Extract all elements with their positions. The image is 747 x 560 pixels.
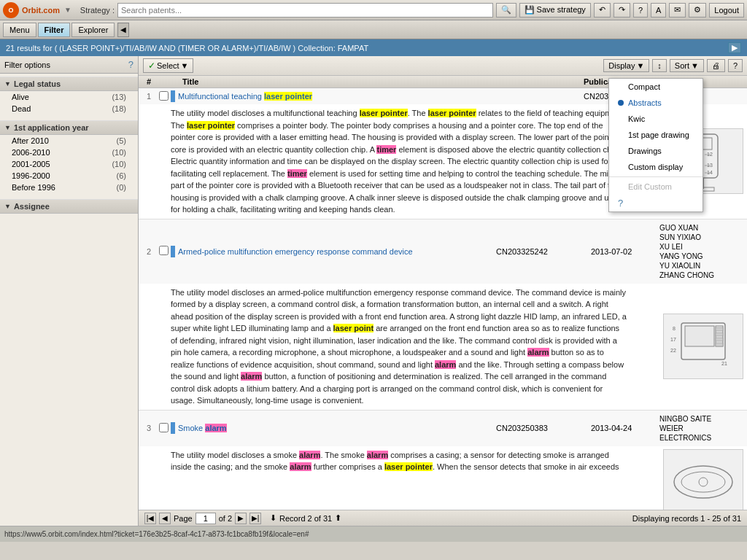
main-layout: Filter options ? ▼ Legal status Alive (1… [0,56,747,526]
display-button[interactable]: Display ▼ [603,59,649,72]
explorer-button[interactable]: Explorer [71,23,115,37]
filter-options-button[interactable]: Filter options [4,61,50,69]
filter-before-1996[interactable]: Before 1996 (0) [0,182,138,193]
account-button[interactable]: A [651,3,666,18]
redo-button[interactable]: ↷ [614,3,630,18]
results-bar: 21 results for ( (LASER POINT+)/TI/AB/IW… [0,39,747,56]
result-title-highlight-3: alarm [205,424,226,432]
result-item-3: 3 Smoke alarm CN203250383 2013-04-24 NIN… [139,411,747,510]
legal-status-header[interactable]: ▼ Legal status [0,77,138,91]
filter-1996-2000[interactable]: 1996-2000 (6) [0,170,138,182]
page-label: Page [174,514,193,523]
2006-2010-label: 2006-2010 [12,148,50,157]
sort-order-button[interactable]: ↕ [652,59,667,72]
dd-help[interactable]: ? [609,195,703,211]
assignee-section: ▼ Assignee [0,196,138,217]
dd-first-page[interactable]: 1st page drawing [609,127,703,143]
1996-2000-count: (6) [117,171,126,180]
assignee-label: Assignee [14,202,50,211]
result-text-col-3: The utility model discloses a smoke alar… [139,446,659,510]
filter-2001-2005[interactable]: 2001-2005 (10) [0,158,138,170]
result-title-3[interactable]: Smoke alarm [178,424,496,432]
result-abstract-3: The utility model discloses a smoke alar… [139,446,659,476]
svg-text:13: 13 [707,163,713,168]
dd-kwic[interactable]: Kwic [609,111,703,127]
2006-2010-count: (10) [112,148,126,157]
first-page-button[interactable]: |◀ [144,513,156,524]
toolbar-help-button[interactable]: ? [728,59,743,72]
filter-help-icon[interactable]: ? [128,59,133,70]
result-header-2: 2 Armed-police multifunction emergency r… [139,219,747,284]
filter-2006-2010[interactable]: 2006-2010 (10) [0,147,138,158]
svg-rect-15 [716,338,723,341]
svg-rect-11 [685,326,714,346]
sidebar-collapse-button[interactable]: ◀ [117,23,129,37]
dd-compact[interactable]: Compact [609,79,703,95]
result-check-1[interactable] [156,91,171,102]
nav-bar: Menu Filter Explorer ◀ [0,20,747,39]
result-item-2: 2 Armed-police multifunction emergency r… [139,219,747,411]
save-strategy-button[interactable]: 💾 Strategy :Save strategy [519,3,591,18]
assignee-arrow: ▼ [4,203,11,210]
filter-alive[interactable]: Alive (13) [0,91,138,103]
email-button[interactable]: ✉ [669,3,686,18]
result-title-text-2: Armed-police multifunction emergency res… [178,247,413,256]
dd-kwic-label: Kwic [628,114,645,123]
first-app-year-header[interactable]: ▼ 1st application year [0,120,138,135]
last-page-button[interactable]: ▶| [249,513,261,524]
logout-button[interactable]: Logout [709,3,744,18]
select-button[interactable]: ✓ Select ▼ [143,58,193,73]
assignee-header[interactable]: ▼ Assignee [0,199,138,214]
result-header-3: 3 Smoke alarm CN203250383 2013-04-24 NIN… [139,411,747,446]
alive-label: Alive [12,93,29,101]
svg-text:8: 8 [673,326,676,331]
prev-page-button[interactable]: ◀ [159,513,171,524]
filter-button[interactable]: Filter [38,23,71,37]
next-page-button[interactable]: ▶ [235,513,247,524]
undo-button[interactable]: ↶ [594,3,611,18]
dd-custom[interactable]: Custom display [609,159,703,175]
dd-help-icon: ? [618,198,623,209]
search-button[interactable]: 🔍 [496,3,516,18]
result-check-3[interactable] [156,423,171,434]
of-label: of 2 [219,514,232,523]
page-input[interactable] [196,513,216,524]
filter-after-2010[interactable]: After 2010 (5) [0,135,138,147]
result-title-2[interactable]: Armed-police multifunction emergency res… [178,247,496,256]
dead-label: Dead [12,104,31,113]
logo-icon: O [3,2,19,18]
settings-button[interactable]: ⚙ [689,3,706,18]
help-button[interactable]: ? [633,3,648,18]
dd-custom-label: Custom display [628,163,683,171]
result-num-3: 3 [142,424,156,432]
sort-button[interactable]: Sort ▼ [670,59,704,72]
display-arrow: ▼ [636,61,644,70]
dd-first-page-label: 1st page drawing [628,131,689,139]
alive-count: (13) [112,93,126,101]
dd-compact-label: Compact [628,82,660,91]
record-nav-icon: ⬇ [270,513,276,523]
result-abstract-1: The utility model discloses a multifunct… [139,104,659,219]
select-dropdown-arrow: ▼ [181,61,189,70]
svg-rect-13 [716,327,723,331]
record-nav-up: ⬆ [335,513,341,523]
result-title-1[interactable]: Multifunctional teaching laser pointer [178,92,584,101]
result-date-3: 2013-04-24 [591,424,657,432]
brand-name: Orbit.com [22,6,60,15]
dd-drawings[interactable]: Drawings [609,143,703,159]
dd-abstracts[interactable]: Abstracts [609,95,703,111]
first-app-year-section: ▼ 1st application year After 2010 (5) 20… [0,117,138,196]
content-toolbar: ✓ Select ▼ Display ▼ ↕ Sort ▼ 🖨 ? [139,56,747,76]
dd-abstracts-label: Abstracts [628,98,662,107]
result-title-text-3: Smoke [178,424,205,432]
search-input[interactable] [117,3,493,18]
menu-button[interactable]: Menu [3,23,36,37]
collapse-right-button[interactable]: ▶ [728,42,741,53]
print-button[interactable]: 🖨 [707,59,725,72]
result-check-2[interactable] [156,246,171,257]
content-area: ✓ Select ▼ Display ▼ ↕ Sort ▼ 🖨 ? # [139,56,747,526]
before-1996-count: (0) [117,183,126,192]
result-body-2: The utility model discloses an armed-pol… [139,284,747,410]
result-img-col-3 [659,446,747,510]
filter-dead[interactable]: Dead (18) [0,103,138,114]
